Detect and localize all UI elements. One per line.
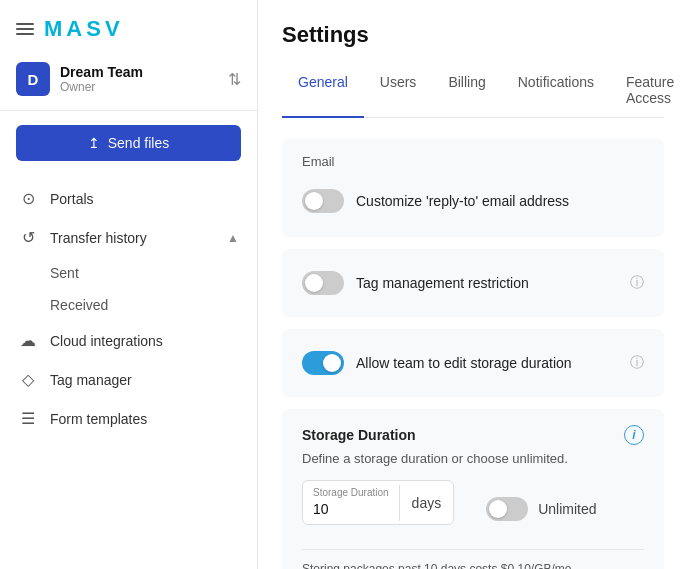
allow-team-label: Allow team to edit storage duration [356, 355, 618, 371]
storage-description: Define a storage duration or choose unli… [302, 451, 644, 466]
send-files-button[interactable]: ↥ Send files [16, 125, 241, 161]
storage-input-label: Storage Duration [313, 487, 389, 498]
sidebar-item-sent[interactable]: Sent [50, 257, 257, 289]
sidebar-item-received[interactable]: Received [50, 289, 257, 321]
toggle-slider [302, 351, 344, 375]
tab-general[interactable]: General [282, 64, 364, 118]
unlimited-row: Unlimited [486, 497, 596, 521]
sidebar-item-label: Cloud integrations [50, 333, 239, 349]
team-info: Dream Team Owner [60, 64, 218, 94]
tab-notifications[interactable]: Notifications [502, 64, 610, 118]
storage-input-inner: Storage Duration [303, 481, 399, 524]
send-files-icon: ↥ [88, 135, 100, 151]
allow-team-info-icon[interactable]: ⓘ [630, 354, 644, 372]
unlimited-label: Unlimited [538, 501, 596, 517]
tag-management-row: Tag management restriction ⓘ [302, 263, 644, 303]
storage-duration-input-group: Storage Duration days [302, 480, 454, 525]
storage-unit: days [400, 495, 454, 511]
storage-card-header: Storage Duration i [302, 425, 644, 445]
sidebar-item-label: Portals [50, 191, 239, 207]
sidebar-item-tag-manager[interactable]: ◇ Tag manager [0, 360, 257, 399]
storage-duration-field[interactable] [313, 501, 349, 517]
toggle-slider [302, 271, 344, 295]
unlimited-toggle[interactable] [486, 497, 528, 521]
team-name: Dream Team [60, 64, 218, 80]
tag-icon: ◇ [18, 370, 38, 389]
sidebar-item-label: Transfer history [50, 230, 215, 246]
tag-management-label: Tag management restriction [356, 275, 618, 291]
storage-separator [302, 549, 644, 550]
sidebar-item-cloud-integrations[interactable]: ☁ Cloud integrations [0, 321, 257, 360]
sidebar-item-form-templates[interactable]: ☰ Form templates [0, 399, 257, 438]
toggle-slider [486, 497, 528, 521]
main-content: Settings General Users Billing Notificat… [258, 0, 688, 569]
sidebar-nav: ⊙ Portals ↺ Transfer history ▲ Sent Rece… [0, 175, 257, 569]
transfer-history-sub: Sent Received [0, 257, 257, 321]
customize-reply-to-label: Customize 'reply-to' email address [356, 193, 644, 209]
page-title: Settings [282, 22, 664, 48]
email-section-label: Email [302, 154, 644, 169]
storage-info-icon[interactable]: i [624, 425, 644, 445]
sidebar-header: MASV [0, 0, 257, 52]
sidebar-item-portals[interactable]: ⊙ Portals [0, 179, 257, 218]
storage-input-area: Storage Duration days Unlimited [302, 480, 644, 537]
sidebar-item-label: Form templates [50, 411, 239, 427]
send-files-label: Send files [108, 135, 169, 151]
customize-reply-to-toggle[interactable] [302, 189, 344, 213]
allow-team-toggle[interactable] [302, 351, 344, 375]
transfer-history-icon: ↺ [18, 228, 38, 247]
storage-title: Storage Duration [302, 427, 416, 443]
toggle-slider [302, 189, 344, 213]
logo: MASV [44, 16, 124, 42]
portals-icon: ⊙ [18, 189, 38, 208]
team-selector[interactable]: D Dream Team Owner ⇅ [0, 52, 257, 111]
avatar: D [16, 62, 50, 96]
team-role: Owner [60, 80, 218, 94]
tabs: General Users Billing Notifications Feat… [282, 64, 664, 118]
storage-duration-section: Storage Duration i Define a storage dura… [282, 409, 664, 569]
settings-content: Email Customize 'reply-to' email address… [258, 118, 688, 569]
menu-icon[interactable] [16, 23, 34, 35]
tag-management-section: Tag management restriction ⓘ [282, 249, 664, 317]
chevron-up-icon: ▲ [227, 231, 239, 245]
allow-team-row: Allow team to edit storage duration ⓘ [302, 343, 644, 383]
allow-team-section: Allow team to edit storage duration ⓘ [282, 329, 664, 397]
page-header: Settings General Users Billing Notificat… [258, 0, 688, 118]
tag-management-info-icon[interactable]: ⓘ [630, 274, 644, 292]
customize-reply-to-row: Customize 'reply-to' email address [302, 181, 644, 221]
sidebar-item-transfer-history[interactable]: ↺ Transfer history ▲ [0, 218, 257, 257]
tab-users[interactable]: Users [364, 64, 433, 118]
email-section: Email Customize 'reply-to' email address [282, 138, 664, 237]
team-chevron-icon: ⇅ [228, 70, 241, 89]
tab-billing[interactable]: Billing [432, 64, 501, 118]
tab-feature-access[interactable]: Feature Access [610, 64, 688, 118]
cloud-icon: ☁ [18, 331, 38, 350]
storage-note: Storing packages past 10 days costs $0.1… [302, 562, 644, 569]
form-icon: ☰ [18, 409, 38, 428]
tag-management-toggle[interactable] [302, 271, 344, 295]
sidebar: MASV D Dream Team Owner ⇅ ↥ Send files ⊙… [0, 0, 258, 569]
sidebar-item-label: Tag manager [50, 372, 239, 388]
logo-text: MASV [44, 16, 124, 42]
